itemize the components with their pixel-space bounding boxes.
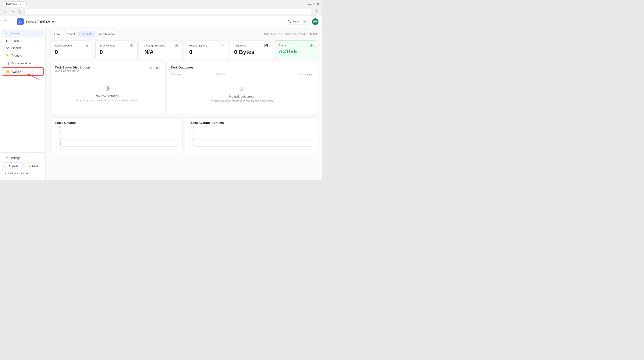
stat-task-minutes: Task Minutes 🕐 0 (96, 40, 138, 59)
stat-task-files: Task Files 💾 0 Bytes (230, 40, 272, 59)
tab-bar: Exfil Demo ✕ + — □ ✕ (0, 0, 322, 7)
sidebar-item-activity[interactable]: 🔔 Activity (2, 67, 44, 76)
stat-tasks-created: Tasks Created ⊞ 0 (50, 40, 93, 59)
tasks-avg-runtime-chart-card: Tasks Average Runtime 4 3 2 1 (185, 118, 317, 154)
moon-icon: 🌙 (28, 164, 31, 167)
sidebar-bottom: ⚙ Settings ☀ Light 🌙 Dark (0, 153, 45, 178)
triggers-icon: ⚡ (5, 53, 9, 57)
browser-toolbar: ← → ↻ ⋮ (0, 7, 322, 16)
forward-button[interactable]: → (10, 9, 16, 14)
stat-avg-runtime: Average Runtime 🕐 N/A (140, 40, 182, 59)
svg-point-1 (20, 20, 22, 21)
filter-1week[interactable]: 1 week (64, 31, 79, 37)
reload-button[interactable]: ↻ (18, 9, 23, 14)
sidebar-item-documentation-label: Documentation (11, 62, 31, 65)
search-icon: 🔍 (288, 20, 291, 23)
tasks-avg-runtime-chart-title: Tasks Average Runtime (189, 121, 313, 125)
stat-status-value: ACTIVE (279, 48, 313, 54)
tasks-created-chart-title: Tasks Created (55, 121, 178, 125)
resubmissions-icon: ↺ (220, 44, 223, 47)
browser-window: Exfil Demo ✕ + — □ ✕ ← → ↻ ⋮ ⋮⋮⋮ (0, 0, 322, 180)
tab-close-icon[interactable]: ✕ (20, 3, 22, 6)
address-bar[interactable] (24, 9, 312, 14)
task-outcomes-empty-state: ⊞ No task outcomes No task outcomes reco… (171, 77, 312, 111)
sidebar-item-home[interactable]: ⌂ Home (2, 30, 44, 37)
avg-y-tick-1: 1 (193, 144, 194, 147)
minimize-button[interactable]: — (308, 2, 312, 6)
collapse-sidebar-button[interactable]: « Collapse Sidebar (2, 170, 44, 177)
pie-chart-icon-btn[interactable]: ◑ (148, 66, 153, 70)
stat-status-label: Status (279, 44, 286, 47)
filter-month-to-date[interactable]: Month-to-date (96, 31, 119, 37)
app-header: ⋮⋮⋮ Projects / Exfil Demo ▾ 🔍 (0, 16, 322, 27)
settings-icon: ⚙ (5, 156, 8, 160)
y-tick-3: 3 (58, 132, 60, 135)
tasks-col-header: # Tasks (216, 72, 255, 77)
project-name: Exfil Demo (40, 20, 54, 23)
close-button[interactable]: ✕ (317, 2, 319, 6)
sidebar-item-documentation[interactable]: 📋 Documentation (2, 59, 44, 67)
avg-y-tick-3: 3 (193, 132, 194, 135)
sidebar-item-pipeline[interactable]: ⌥ Pipeline (2, 44, 44, 51)
task-outcomes-card: Task Outcomes Outcome # Tasks Percentage (166, 62, 317, 114)
new-tab-button[interactable]: + (26, 2, 32, 7)
tasks-created-icon: ⊞ (86, 44, 88, 47)
task-status-distribution-card: Task Status Distribution Your tasks at a… (50, 62, 164, 114)
sidebar-item-activity-label: Activity (12, 70, 21, 73)
task-status-dist-title: Task Status Distribution (55, 66, 90, 69)
filter-1day[interactable]: 1 day (50, 31, 63, 37)
task-outcomes-empty-title: No task outcomes (229, 95, 254, 98)
main-content: 1 day 1 week 1 month Month-to-date Data … (46, 27, 322, 180)
sun-icon: ☀ (8, 164, 11, 167)
time-filter-row: 1 day 1 week 1 month Month-to-date Data … (50, 31, 317, 37)
stat-task-files-value: 0 Bytes (234, 49, 268, 55)
tasks-created-chart-area: 4 3 2 1 (55, 126, 178, 151)
avatar: BB (312, 18, 318, 25)
browser-tab[interactable]: Exfil Demo ✕ (3, 1, 25, 7)
tab-label: Exfil Demo (6, 3, 18, 6)
grid-icon[interactable]: ⋮⋮⋮ (4, 19, 15, 24)
menu-button[interactable]: ⋮ (314, 9, 319, 14)
filter-1month[interactable]: 1 month (80, 31, 96, 37)
avg-y-tick-4: 4 (193, 126, 194, 128)
stat-task-files-label: Task Files (234, 44, 246, 47)
sidebar-item-tasks[interactable]: ⊞ Tasks (2, 37, 44, 44)
light-theme-button[interactable]: ☀ Light (4, 163, 22, 169)
dark-theme-button[interactable]: 🌙 Dark (23, 163, 42, 169)
task-files-icon: 💾 (264, 44, 268, 47)
sidebar-item-tasks-label: Tasks (11, 39, 19, 42)
outcomes-table: Outcome # Tasks Percentage (171, 72, 312, 77)
bar-chart-icon-btn[interactable]: ▦ (154, 66, 160, 70)
stat-task-minutes-label: Task Minutes (100, 44, 115, 47)
task-status-empty-desc: No task statuses recorded in the specifi… (76, 99, 138, 102)
sidebar: ⌂ Home ⊞ Tasks ⌥ Pipeline ⚡ Triggers (0, 27, 46, 180)
documentation-icon: 📋 (5, 61, 9, 65)
main-layout: ⌂ Home ⊞ Tasks ⌥ Pipeline ⚡ Triggers (0, 27, 322, 180)
back-button[interactable]: ← (3, 9, 8, 14)
project-selector[interactable]: Exfil Demo ▾ (40, 20, 56, 23)
search-box[interactable]: 🔍 Search ⌘/ (286, 19, 310, 24)
task-outcomes-empty-icon: ⊞ (239, 85, 244, 92)
stat-avg-runtime-label: Average Runtime (144, 44, 165, 47)
task-status-empty-state: ◑ No task statuses No task statuses reco… (55, 76, 160, 110)
data-timestamp: Data shown as at 02 December 2024, 12:46… (264, 33, 317, 36)
search-shortcut: ⌘/ (302, 20, 307, 23)
settings-label: Settings (10, 156, 20, 160)
stat-tasks-created-value: 0 (55, 49, 88, 55)
activity-icon: 🔔 (6, 70, 10, 73)
app-shell: ⋮⋮⋮ Projects / Exfil Demo ▾ 🔍 (0, 16, 322, 180)
sidebar-item-settings[interactable]: ⚙ Settings (2, 154, 44, 162)
stat-tasks-created-label: Tasks Created (55, 44, 72, 47)
tasks-icon: ⊞ (5, 39, 9, 42)
stats-row: Tasks Created ⊞ 0 Task Minutes 🕐 0 (50, 40, 317, 59)
task-status-empty-title: No task statuses (96, 94, 119, 98)
chevron-down-icon: ▾ (54, 20, 56, 23)
sidebar-item-pipeline-label: Pipeline (11, 46, 22, 50)
task-status-empty-icon: ◑ (104, 84, 110, 92)
projects-link[interactable]: Projects (26, 20, 37, 23)
task-outcomes-title: Task Outcomes (171, 66, 312, 69)
sidebar-item-triggers[interactable]: ⚡ Triggers (2, 52, 44, 59)
search-label: Search (292, 20, 301, 23)
maximize-button[interactable]: □ (313, 3, 315, 6)
light-label: Light (12, 164, 18, 167)
